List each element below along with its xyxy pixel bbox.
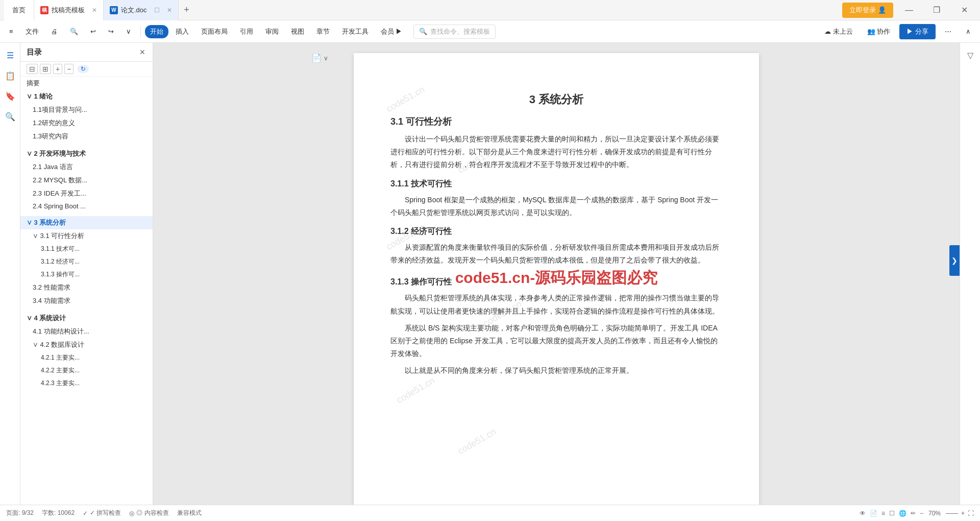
right-filter-icon[interactable]: ▽	[962, 47, 978, 63]
reference-button[interactable]: 引用	[235, 25, 258, 38]
template-tab-close[interactable]: ✕	[92, 7, 97, 14]
content-check[interactable]: ◎ ◎ 内容检查	[129, 509, 168, 517]
toc-item-ch1-1[interactable]: 1.1项目背景与问...	[20, 103, 153, 116]
collab-button[interactable]: 👥 协作	[862, 25, 896, 38]
expand-btn[interactable]: ∨	[121, 26, 136, 37]
watermark-6: code51.cn	[456, 427, 498, 457]
collapse-button[interactable]: ∧	[961, 26, 976, 37]
devtools-button[interactable]: 开发工具	[337, 25, 374, 38]
fullscreen-button[interactable]: ⛶	[968, 510, 974, 517]
toc-item-ch2-3[interactable]: 2.3 IDEA 开发工...	[20, 187, 153, 200]
toc-item-ch2-4[interactable]: 2.4 Spring Boot ...	[20, 200, 153, 212]
spell-check[interactable]: ✓ ✓ 拼写检查	[83, 509, 121, 517]
toolbar-divider-1	[140, 27, 141, 37]
minimize-button[interactable]: —	[897, 0, 921, 20]
share-button[interactable]: ▶ 分享	[899, 24, 936, 39]
page-view-icon[interactable]: 📄	[870, 510, 877, 517]
toc-item-ch4-2-2[interactable]: 4.2.2 主要实...	[20, 364, 153, 377]
member-button[interactable]: 会员 ▶	[376, 25, 408, 38]
review-button[interactable]: 审阅	[260, 25, 284, 38]
section-1-2-title: 3.1.2 经济可行性	[390, 226, 722, 237]
zoom-in-button[interactable]: +	[961, 510, 965, 517]
toc-item-ch4[interactable]: ∨ 4 系统设计	[20, 312, 153, 325]
file-button[interactable]: 文件	[20, 25, 44, 38]
toc-item-ch4-2-3[interactable]: 4.2.3 主要实...	[20, 377, 153, 390]
toc-refresh-btn[interactable]: ↻	[78, 65, 89, 73]
toc-close-icon[interactable]: ✕	[138, 47, 146, 57]
spell-check-icon: ✓	[83, 510, 88, 517]
layout-button[interactable]: 页面布局	[196, 25, 233, 38]
titlebar-right: 立即登录 👤 — ❐ ✕	[842, 0, 976, 20]
toc-item-ch1[interactable]: ∨ 1 绪论	[20, 90, 153, 103]
toc-item-ch1-3[interactable]: 1.3研究内容	[20, 130, 153, 143]
tab-doc[interactable]: W 论文.doc ☐ ✕	[104, 0, 179, 20]
toc-header: 目录 ✕	[20, 43, 153, 62]
section-1-3-body2: 系统以 B/S 架构实现主要功能，对客户和管理员角色明确分工，实际功能简单明了。…	[390, 322, 722, 361]
toc-item-ch4-2-1[interactable]: 4.2.1 主要实...	[20, 351, 153, 364]
doc-tab-close-icon[interactable]: ☐	[154, 7, 160, 14]
zoom-level: 70%	[926, 510, 943, 517]
menu-button[interactable]: ≡	[4, 26, 18, 37]
toc-item-ch3-1[interactable]: ∨ 3.1 可行性分析	[20, 229, 153, 243]
toc-remove[interactable]: −	[64, 64, 74, 74]
toc-item-ch4-2[interactable]: ∨ 4.2 数据库设计	[20, 338, 153, 351]
toc-add[interactable]: +	[53, 64, 62, 74]
toc-collapse-down[interactable]: ⊞	[40, 64, 51, 74]
view-button[interactable]: 视图	[286, 25, 309, 38]
maximize-button[interactable]: ❐	[925, 0, 948, 20]
compat-mode: 兼容模式	[177, 509, 202, 517]
sidebar-icon-outline[interactable]: 📋	[2, 67, 18, 84]
outline-view-icon[interactable]: ≡	[881, 510, 885, 517]
toc-item-ch3-2[interactable]: 3.2 性能需求	[20, 281, 153, 294]
toc-item-ch3-1-3[interactable]: 3.1.3 操作可...	[20, 268, 153, 281]
chapter-title: 3 系统分析	[390, 92, 722, 107]
word-count: 字数: 10062	[42, 509, 75, 517]
web-view-icon[interactable]: 🌐	[899, 510, 906, 517]
login-button[interactable]: 立即登录 👤	[842, 3, 893, 18]
sidebar-icon-toc[interactable]: ☰	[2, 47, 18, 63]
preview-button[interactable]: 🔍	[65, 26, 83, 37]
toc-item-ch2[interactable]: ∨ 2 开发环境与技术	[20, 147, 153, 160]
toc-item-abstract[interactable]: 摘要	[20, 77, 153, 90]
zoom-slider[interactable]: ——	[946, 510, 958, 517]
home-tab-label: 首页	[12, 6, 26, 15]
close-button[interactable]: ✕	[952, 0, 976, 20]
toc-collapse-up[interactable]: ⊟	[27, 64, 38, 74]
doc-tab-icon: W	[110, 6, 118, 14]
avatar-icon: 👤	[878, 6, 886, 14]
toc-item-ch1-2[interactable]: 1.2研究的意义	[20, 116, 153, 130]
section-1-2-body: 从资源配置的角度来衡量软件项目的实际价值，分析研发软件项目所需成本费用和项目开发…	[390, 241, 722, 267]
undo-button[interactable]: ↩	[85, 26, 101, 37]
doc-tab-close-btn[interactable]: ✕	[167, 7, 172, 14]
right-float-button[interactable]: ❯	[949, 245, 960, 276]
toc-item-ch2-2[interactable]: 2.2 MYSQL 数据...	[20, 174, 153, 187]
toolbar: ≡ 文件 🖨 🔍 ↩ ↪ ∨ 开始 插入 页面布局 引用 审阅 视图 章节 开发…	[0, 20, 980, 43]
tab-template[interactable]: 稿 找稿壳模板 ✕	[34, 0, 104, 20]
toc-item-ch2-1[interactable]: 2.1 Java 语言	[20, 160, 153, 174]
new-tab-button[interactable]: +	[179, 0, 195, 20]
toc-item-ch3-1-2[interactable]: 3.1.2 经济可...	[20, 255, 153, 268]
search-bar[interactable]: 🔍 查找命令、搜索模板	[413, 25, 496, 39]
tab-home[interactable]: 首页	[4, 0, 34, 20]
edit-icon[interactable]: ✏	[911, 510, 916, 517]
more-button[interactable]: ⋯	[940, 26, 957, 37]
section-1-body: 设计出一个码头船只货柜管理系统需要花费大量的时间和精力，所以一旦决定要设计某个系…	[390, 133, 722, 172]
collab-icon: 👥	[867, 28, 875, 35]
sidebar-icon-bookmark[interactable]: 🔖	[2, 88, 18, 104]
toc-item-ch3[interactable]: ∨ 3 系统分析	[20, 216, 153, 229]
toc-item-ch3-4[interactable]: 3.4 功能需求	[20, 294, 153, 307]
start-button[interactable]: 开始	[145, 25, 168, 38]
toc-item-ch3-1-1[interactable]: 3.1.1 技术可...	[20, 243, 153, 255]
section-1-1-body: Spring Boot 框架是一个成熟的框架，MySQL 数据库是一个成熟的数据…	[390, 194, 722, 219]
chapter-button[interactable]: 章节	[311, 25, 335, 38]
redo-button[interactable]: ↪	[103, 26, 119, 37]
document-area[interactable]: 📄 ∨ code51.cn code51.cn code51.cn code51…	[153, 43, 960, 505]
cloud-button[interactable]: ☁ 未上云	[819, 25, 858, 38]
zoom-out-button[interactable]: −	[920, 510, 923, 517]
split-view-icon[interactable]: ☐	[889, 510, 895, 517]
insert-button[interactable]: 插入	[170, 25, 194, 38]
sidebar-icon-search[interactable]: 🔍	[2, 108, 18, 125]
toc-item-ch4-1[interactable]: 4.1 功能结构设计...	[20, 325, 153, 338]
read-icon[interactable]: 👁	[860, 510, 866, 517]
print-button[interactable]: 🖨	[46, 26, 63, 37]
